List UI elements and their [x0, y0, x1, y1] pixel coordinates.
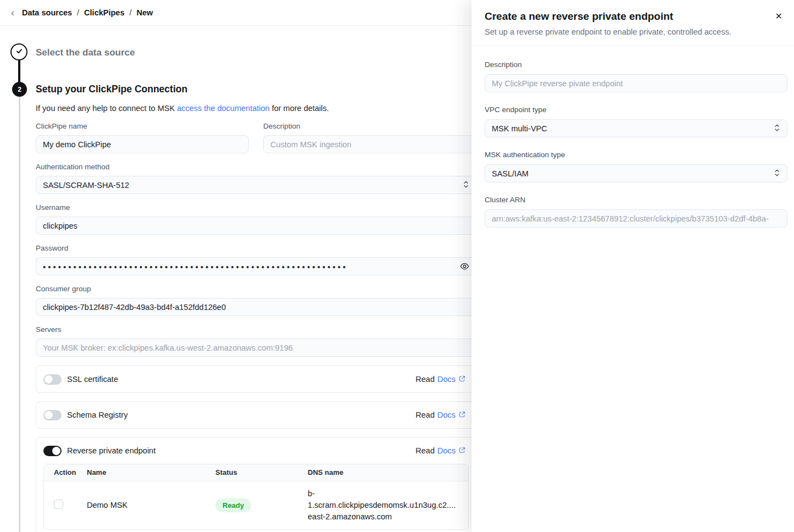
- password-field: Password •••••••••••••••••••••••••••••••…: [36, 244, 476, 275]
- documentation-link[interactable]: access the documentation: [177, 104, 269, 113]
- dns-line: east-2.amazonaws.com: [308, 511, 468, 523]
- dns-name-cell: b- 1.scram.clickpipesdemomsk.u1n3ug.c2..…: [308, 481, 468, 529]
- authentication-method-field: Authentication method SASL/SCRAM-SHA-512: [36, 163, 476, 194]
- breadcrumb-clickpipes[interactable]: ClickPipes: [84, 8, 124, 17]
- reverse-endpoint-table: Action Name Status DNS name Demo MSK Rea…: [43, 464, 469, 530]
- step-1-complete-indicator: [10, 43, 27, 60]
- close-icon[interactable]: ✕: [775, 12, 782, 21]
- msk-authentication-type-field: MSK authentication type SASL/IAM: [485, 151, 787, 182]
- authentication-method-label: Authentication method: [36, 163, 476, 171]
- column-header-dns-name: DNS name: [308, 464, 468, 481]
- ssl-docs-link[interactable]: Docs: [437, 375, 456, 384]
- schema-registry-docs-link[interactable]: Docs: [437, 411, 456, 419]
- endpoint-name-cell: Demo MSK: [87, 481, 215, 529]
- step-1-title: Select the data source: [36, 47, 476, 58]
- breadcrumb-new: New: [136, 8, 153, 17]
- stepper-rail-line: [19, 97, 20, 532]
- vpc-endpoint-type-field: VPC endpoint type MSK multi-VPC: [485, 106, 787, 137]
- breadcrumb-separator: /: [129, 8, 131, 17]
- msk-authentication-type-label: MSK authentication type: [485, 151, 787, 159]
- cluster-arn-label: Cluster ARN: [485, 196, 787, 204]
- column-header-status: Status: [215, 464, 308, 481]
- password-masked-value: ••••••••••••••••••••••••••••••••••••••••…: [43, 262, 348, 271]
- username-input[interactable]: [36, 217, 476, 235]
- check-icon: [15, 47, 24, 58]
- schema-registry-section: Schema Registry Read Docs: [36, 401, 476, 429]
- panel-description-input[interactable]: [485, 74, 787, 92]
- external-link-icon[interactable]: [458, 446, 466, 456]
- breadcrumb: ‹ Data sources / ClickPipes / New: [0, 0, 471, 26]
- panel-description-field: Description: [485, 60, 787, 92]
- servers-field: Servers: [36, 325, 476, 357]
- panel-header: Create a new reverse private endpoint Se…: [471, 0, 794, 46]
- username-field: Username: [36, 203, 476, 235]
- external-link-icon[interactable]: [458, 375, 466, 384]
- read-text: Read: [415, 375, 435, 384]
- panel-description-label: Description: [485, 60, 787, 69]
- external-link-icon[interactable]: [458, 411, 466, 420]
- clickpipe-name-label: ClickPipe name: [36, 122, 249, 131]
- panel-subtitle: Set up a reverse private endpoint to ena…: [485, 27, 783, 37]
- description-input[interactable]: [263, 135, 476, 153]
- consumer-group-field: Consumer group: [36, 285, 476, 316]
- chevron-up-down-icon: [774, 124, 780, 134]
- reverse-private-endpoint-label: Reverse private endpoint: [67, 446, 156, 455]
- status-badge: Ready: [215, 498, 251, 512]
- ssl-certificate-label: SSL certificate: [67, 375, 118, 384]
- main-content: Select the data source Setup your ClickP…: [36, 26, 476, 532]
- cluster-arn-field: Cluster ARN: [485, 196, 787, 228]
- panel-title: Create a new reverse private endpoint: [485, 10, 783, 23]
- reverse-private-endpoint-section: Reverse private endpoint Read Docs Actio…: [36, 437, 476, 532]
- clickpipe-name-field: ClickPipe name: [36, 122, 249, 153]
- back-chevron-icon[interactable]: ‹: [11, 8, 14, 18]
- servers-label: Servers: [36, 325, 476, 334]
- username-label: Username: [36, 203, 476, 212]
- breadcrumb-data-sources[interactable]: Data sources: [22, 8, 72, 17]
- help-text-after: for more details.: [270, 104, 329, 113]
- reverse-endpoint-docs-link[interactable]: Docs: [437, 446, 456, 455]
- msk-authentication-type-select[interactable]: SASL/IAM: [485, 164, 787, 182]
- column-header-action: Action: [44, 464, 87, 481]
- create-reverse-endpoint-panel: Create a new reverse private endpoint Se…: [471, 0, 794, 532]
- stepper-connector: [18, 60, 20, 83]
- password-input[interactable]: ••••••••••••••••••••••••••••••••••••••••…: [36, 257, 476, 275]
- show-password-eye-icon[interactable]: [460, 262, 469, 271]
- ssl-certificate-section: SSL certificate Read Docs: [36, 365, 476, 393]
- dns-line: 1.scram.clickpipesdemomsk.u1n3ug.c2....: [308, 500, 468, 511]
- description-label: Description: [263, 122, 476, 131]
- dns-line: b-: [308, 488, 468, 500]
- read-text: Read: [415, 446, 435, 455]
- ssl-certificate-toggle[interactable]: [43, 374, 62, 385]
- schema-registry-label: Schema Registry: [67, 411, 127, 419]
- vpc-endpoint-type-label: VPC endpoint type: [485, 106, 787, 114]
- consumer-group-input[interactable]: [36, 298, 476, 316]
- clickpipes-setup-page: ‹ Data sources / ClickPipes / New 2 Sele…: [0, 0, 794, 532]
- password-label: Password: [36, 244, 476, 253]
- table-row: Demo MSK Ready b- 1.scram.clickpipesdemo…: [44, 481, 468, 529]
- vpc-endpoint-type-select[interactable]: MSK multi-VPC: [485, 119, 787, 137]
- help-text-before: If you need any help to connect to MSK: [36, 104, 177, 113]
- vpc-endpoint-type-value: MSK multi-VPC: [492, 124, 547, 133]
- breadcrumb-separator: /: [77, 8, 79, 17]
- msk-authentication-type-value: SASL/IAM: [492, 169, 529, 178]
- step-2-title: Setup your ClickPipe Connection: [36, 84, 476, 95]
- step-2-indicator: 2: [12, 82, 27, 97]
- authentication-method-select[interactable]: SASL/SCRAM-SHA-512: [36, 176, 476, 194]
- column-header-name: Name: [87, 464, 215, 481]
- clickpipe-name-input[interactable]: [36, 135, 249, 153]
- schema-registry-toggle[interactable]: [43, 410, 62, 420]
- chevron-up-down-icon: [463, 180, 469, 190]
- consumer-group-label: Consumer group: [36, 285, 476, 293]
- authentication-method-value: SASL/SCRAM-SHA-512: [43, 181, 129, 190]
- chevron-up-down-icon: [774, 169, 780, 179]
- description-field: Description: [263, 122, 476, 153]
- read-text: Read: [415, 411, 435, 419]
- servers-input[interactable]: [36, 339, 476, 357]
- help-text: If you need any help to connect to MSK a…: [36, 103, 476, 114]
- cluster-arn-input[interactable]: [485, 209, 787, 228]
- row-select-checkbox[interactable]: [54, 500, 63, 509]
- reverse-private-endpoint-toggle[interactable]: [43, 446, 62, 456]
